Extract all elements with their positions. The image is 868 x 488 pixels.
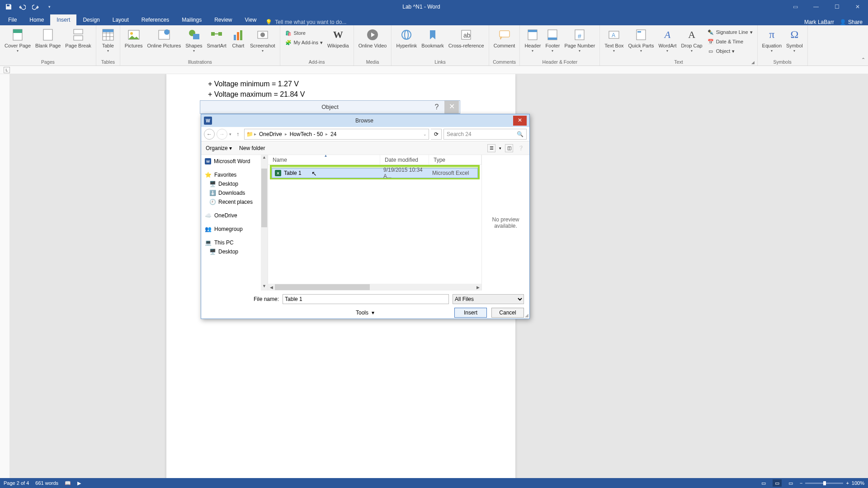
column-type[interactable]: Type [429, 155, 481, 164]
file-row[interactable]: XTable 1 9/19/2015 10:34 A... Microsoft … [272, 168, 478, 178]
scroll-left-icon[interactable]: ◀ [268, 285, 275, 290]
tab-layout[interactable]: Layout [106, 14, 135, 25]
search-icon[interactable]: 🔍 [517, 131, 524, 137]
online-pictures-button[interactable]: Online Pictures [146, 27, 183, 50]
refresh-button[interactable]: ⟳ [431, 129, 442, 140]
column-date[interactable]: Date modified [380, 155, 429, 164]
object-button[interactable]: ▭Object ▾ [705, 47, 755, 56]
sidebar-scrollbar[interactable]: ▲ ▼ [261, 155, 268, 291]
view-mode-button[interactable]: ☰ [487, 144, 495, 152]
web-layout-icon[interactable]: ▭ [786, 479, 795, 487]
status-words[interactable]: 661 words [35, 480, 58, 486]
tab-mailings[interactable]: Mailings [175, 14, 208, 25]
tab-design[interactable]: Design [76, 14, 106, 25]
file-hscrollbar[interactable]: ◀ ▶ [268, 284, 481, 291]
breadcrumb-seg[interactable]: 24 [329, 131, 338, 137]
zoom-out-button[interactable]: − [800, 480, 802, 486]
comment-button[interactable]: Comment [492, 27, 517, 50]
blank-page-button[interactable]: Blank Page [33, 27, 62, 50]
symbol-button[interactable]: ΩSymbol [784, 27, 805, 54]
page-number-button[interactable]: #Page Number [562, 27, 597, 54]
quick-parts-button[interactable]: Quick Parts [627, 27, 656, 54]
sidebar-item-recent[interactable]: 🕘Recent places [201, 197, 268, 206]
tab-view[interactable]: View [239, 14, 263, 25]
header-button[interactable]: Header [523, 27, 542, 54]
collapse-ribbon-icon[interactable]: ⌃ [861, 57, 865, 63]
cover-page-button[interactable]: Cover Page [3, 27, 33, 54]
signature-line-button[interactable]: ✒️Signature Line ▾ [705, 28, 755, 37]
search-input[interactable]: Search 24 🔍 [443, 129, 527, 140]
browse-close-button[interactable]: ✕ [513, 116, 527, 126]
object-dialog-help[interactable]: ? [430, 101, 443, 113]
cancel-button[interactable]: Cancel [491, 308, 524, 318]
bookmark-button[interactable]: Bookmark [420, 27, 446, 50]
ribbon-display-icon[interactable]: ▭ [785, 0, 806, 14]
new-folder-button[interactable]: New folder [239, 145, 265, 151]
breadcrumb-seg[interactable]: HowTech - 50 [288, 131, 325, 137]
nav-back-button[interactable]: ← [204, 129, 215, 140]
shapes-button[interactable]: Shapes [184, 27, 204, 54]
zoom-slider[interactable] [805, 483, 843, 484]
sidebar-item-onedrive[interactable]: ☁️OneDrive [201, 211, 268, 220]
object-dialog-close[interactable]: ✕ [444, 101, 459, 113]
hscroll-thumb[interactable] [275, 284, 370, 290]
equation-button[interactable]: πEquation [760, 27, 783, 54]
sidebar-item-desktop2[interactable]: 🖥️Desktop [201, 247, 268, 256]
hyperlink-button[interactable]: Hyperlink [394, 27, 419, 50]
undo-icon[interactable] [17, 2, 27, 12]
sidebar-item-homegroup[interactable]: 👥Homegroup [201, 225, 268, 234]
qat-customize-icon[interactable]: ▾ [44, 2, 54, 12]
vertical-ruler[interactable] [0, 74, 10, 478]
scroll-thumb[interactable] [261, 169, 267, 227]
print-layout-icon[interactable]: ▭ [773, 479, 782, 487]
filename-input[interactable] [283, 294, 449, 304]
insert-button[interactable]: Insert [454, 308, 487, 318]
help-button[interactable]: ❔ [517, 144, 525, 152]
drop-cap-button[interactable]: ADrop Cap [679, 27, 704, 54]
tab-file[interactable]: File [2, 14, 23, 25]
text-box-button[interactable]: AText Box [603, 27, 625, 54]
maximize-icon[interactable]: ☐ [826, 0, 847, 14]
tab-selector[interactable]: L [4, 67, 10, 73]
sidebar-item-downloads[interactable]: ⬇️Downloads [201, 188, 268, 197]
column-name[interactable]: ▲Name [268, 155, 380, 164]
scroll-up-icon[interactable]: ▲ [261, 155, 268, 162]
zoom-level[interactable]: 100% [852, 480, 864, 486]
chart-button[interactable]: Chart [229, 27, 247, 50]
close-window-icon[interactable]: ✕ [847, 0, 868, 14]
scroll-down-icon[interactable]: ▼ [261, 284, 268, 291]
text-group-launcher[interactable]: ◢ [751, 60, 755, 65]
sidebar-item-desktop[interactable]: 🖥️Desktop [201, 179, 268, 188]
online-video-button[interactable]: Online Video [357, 27, 389, 50]
redo-icon[interactable] [31, 2, 41, 12]
user-name[interactable]: Mark LaBarr [804, 19, 834, 25]
my-addins-button[interactable]: 🧩My Add-ins ▾ [283, 38, 325, 47]
path-dropdown[interactable]: ⌄ [423, 132, 427, 136]
sidebar-item-favorites[interactable]: ⭐Favorites [201, 170, 268, 179]
read-mode-icon[interactable]: ▭ [759, 479, 768, 487]
breadcrumb-seg[interactable]: OneDrive [257, 131, 284, 137]
navigation-pane[interactable]: WMicrosoft Word ⭐Favorites 🖥️Desktop ⬇️D… [201, 155, 268, 291]
cross-reference-button[interactable]: abCross-reference [447, 27, 486, 50]
view-mode-dropdown[interactable]: ▾ [499, 146, 501, 150]
page-break-button[interactable]: Page Break [63, 27, 93, 50]
tab-review[interactable]: Review [208, 14, 238, 25]
tab-home[interactable]: Home [23, 14, 50, 25]
scroll-right-icon[interactable]: ▶ [475, 285, 481, 290]
wordart-button[interactable]: AWordArt [656, 27, 678, 54]
nav-up-button[interactable]: ↑ [233, 131, 242, 137]
pictures-button[interactable]: Pictures [123, 27, 145, 50]
filetype-select[interactable]: All Files [453, 294, 524, 304]
preview-pane-button[interactable]: ◫ [505, 144, 513, 152]
nav-forward-button[interactable]: → [217, 129, 227, 140]
smartart-button[interactable]: SmartArt [205, 27, 228, 50]
store-button[interactable]: 🛍️Store [283, 28, 325, 38]
file-list[interactable]: ▲Name Date modified Type XTable 1 9/19/2… [268, 155, 481, 291]
screenshot-button[interactable]: Screenshot [248, 27, 277, 54]
horizontal-ruler[interactable]: L [0, 66, 868, 74]
tell-me-search[interactable]: 💡 Tell me what you want to do... [265, 19, 346, 25]
share-button[interactable]: 👤 Share [840, 19, 863, 25]
macro-icon[interactable]: ▶ [77, 480, 81, 486]
proofing-icon[interactable]: 📖 [65, 480, 71, 486]
status-page[interactable]: Page 2 of 4 [4, 480, 29, 486]
